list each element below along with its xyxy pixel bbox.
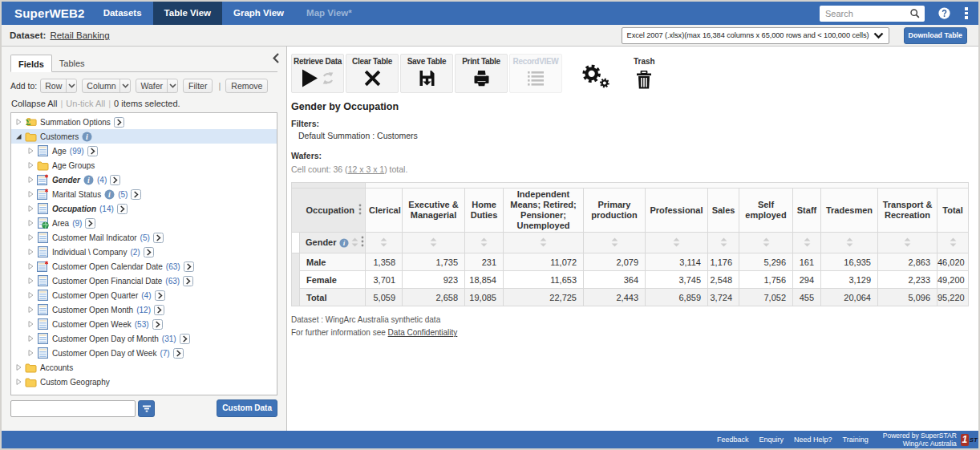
tree-expand-icon[interactable] [27,176,34,184]
recordview-button[interactable]: RecordVIEW [509,54,562,93]
data-cell[interactable]: 46,020 [937,253,969,271]
info-icon[interactable]: i [83,175,94,185]
tree-item-summation-options[interactable]: ΣSummation Options [11,115,277,129]
data-cell[interactable]: 1,176 [708,253,739,271]
info-icon[interactable]: i [339,238,349,249]
add-to-table-arrow-button[interactable] [183,276,193,286]
data-cell[interactable]: 364 [584,271,646,289]
data-cell[interactable]: 3,114 [646,253,708,271]
data-cell[interactable]: 2,443 [584,289,646,306]
data-cell[interactable]: 2,863 [878,253,937,271]
collapse-all-link[interactable]: Collapse All [11,99,57,108]
cell-count-link[interactable]: 12 x 3 x 1 [348,164,385,174]
tree-item-custom-geography[interactable]: Custom Geography [11,375,277,389]
trash-button[interactable]: Trash [634,57,655,92]
tree-expand-icon[interactable] [15,378,22,386]
tree-expand-icon[interactable] [27,306,34,314]
column-sort-cell[interactable] [465,233,504,253]
column-header[interactable]: Clerical [366,189,403,233]
data-cell[interactable]: 2,548 [708,271,739,289]
tree-item-customer-open-day-of-week[interactable]: Customer Open Day of Week(7) [11,346,277,360]
data-cell[interactable]: 3,129 [821,271,878,289]
tree-item-customer-open-calendar-date[interactable]: Customer Open Calendar Date(63) [11,259,277,274]
data-cell[interactable]: 11,072 [504,253,584,271]
add-to-table-arrow-button[interactable] [114,117,124,128]
data-cell[interactable]: 1,735 [403,253,465,271]
data-cell[interactable]: 2,079 [584,253,646,271]
custom-data-button[interactable]: Custom Data [217,399,277,417]
tree-expand-icon[interactable] [27,205,34,213]
search-icon[interactable] [909,8,921,19]
tree-item-customer-mail-indicator[interactable]: Customer Mail Indicator(5) [11,230,277,245]
row-header[interactable]: Male [300,253,366,271]
add-to-table-arrow-button[interactable] [144,247,154,257]
column-header[interactable]: Total [937,189,969,233]
add-to-table-arrow-button[interactable] [180,334,190,344]
tree-item-individual-company[interactable]: Individual \ Company(2) [11,245,277,259]
info-icon[interactable]: i [104,189,115,200]
tree-expand-icon[interactable] [27,233,34,241]
data-confidentiality-link[interactable]: Data Confidentiality [388,328,458,337]
retrieve-data-button[interactable]: Retrieve Data [291,54,344,93]
data-cell[interactable]: 3,724 [708,289,739,306]
add-to-table-arrow-button[interactable] [110,175,120,185]
tree-expand-icon[interactable] [27,248,34,256]
untick-all-link[interactable]: Un-tick All [66,99,105,108]
column-menu-icon[interactable] [358,204,362,217]
add-to-table-arrow-button[interactable] [85,218,95,229]
data-cell[interactable]: 19,085 [465,289,504,306]
data-cell[interactable]: 49,200 [937,271,969,289]
column-header[interactable]: Executive & Managerial [403,189,465,233]
clear-table-button[interactable]: Clear Table [346,54,399,93]
column-sort-cell[interactable] [878,233,937,253]
tree-item-area[interactable]: Area(9) [11,216,277,230]
data-cell[interactable]: 1,358 [366,253,403,271]
data-cell[interactable]: 6,859 [646,289,708,306]
search-input[interactable] [820,9,909,18]
tab-fields[interactable]: Fields [10,55,52,72]
nav-item-table-view[interactable]: Table View [153,2,222,25]
data-cell[interactable]: 2,233 [878,271,937,289]
row-menu-icon[interactable] [361,236,364,249]
nav-item-datasets[interactable]: Datasets [92,2,153,25]
column-header[interactable]: Staff [793,189,821,233]
nav-item-graph-view[interactable]: Graph View [222,2,295,25]
tree-item-occupation[interactable]: Occupation(14) [11,201,277,216]
filter-button[interactable]: Filter [183,79,213,93]
add-to-row-button[interactable]: Row [40,79,77,93]
data-cell[interactable]: 294 [793,271,821,289]
footer-link-training[interactable]: Training [843,436,869,444]
data-cell[interactable]: 20,064 [821,289,878,306]
tree-item-gender[interactable]: Genderi(4) [11,172,277,187]
chevron-down-icon[interactable] [66,79,76,92]
nav-item-map-view[interactable]: Map View* [295,2,363,25]
tree-item-customer-open-quarter[interactable]: Customer Open Quarter(4) [11,288,277,302]
data-cell[interactable]: 2,658 [403,289,465,306]
tree-expand-icon[interactable] [27,190,34,198]
tree-item-marital-status[interactable]: Marital Statusi(5) [11,187,277,201]
tree-expand-icon[interactable] [15,363,22,371]
column-sort-cell[interactable] [584,233,646,253]
data-cell[interactable]: 1,756 [739,271,793,289]
sidebar-collapse-icon[interactable] [273,53,279,65]
column-header[interactable]: Independent Means; Retired; Pensioner; U… [504,189,584,233]
data-cell[interactable]: 22,725 [504,289,584,306]
tree-item-age-groups[interactable]: Age Groups [11,158,277,172]
add-to-table-arrow-button[interactable] [154,305,164,315]
data-cell[interactable]: 7,052 [739,289,793,306]
tree-filter-input[interactable] [10,400,136,417]
tree-item-customer-open-month[interactable]: Customer Open Month(12) [11,302,277,317]
row-header[interactable]: Female [300,271,366,289]
tree-item-customer-open-day-of-month[interactable]: Customer Open Day of Month(31) [11,331,277,346]
column-dimension-header[interactable]: Occupation [292,189,366,233]
add-to-table-arrow-button[interactable] [117,204,128,214]
tree-expand-icon[interactable] [27,334,34,343]
data-cell[interactable]: 5,096 [878,289,937,306]
data-cell[interactable]: 95,220 [937,289,969,306]
tree-item-customers[interactable]: Customersi [11,129,277,144]
tree-filter-button[interactable] [138,400,155,417]
column-sort-cell[interactable] [403,233,465,253]
help-icon[interactable] [938,7,950,19]
data-cell[interactable]: 16,935 [821,253,878,271]
data-cell[interactable]: 5,059 [366,289,403,306]
